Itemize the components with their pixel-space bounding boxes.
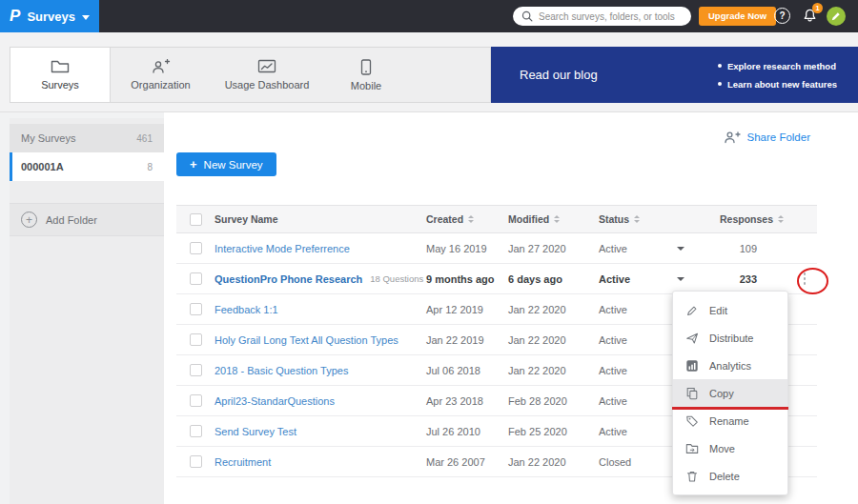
survey-name-link[interactable]: Feedback 1:1 [214,304,278,315]
survey-count: 461 [136,133,153,144]
menu-item-label: Rename [709,415,749,427]
folder-move-icon [685,442,699,455]
survey-name-link[interactable]: April23-StandarQuestions [214,395,335,407]
created-cell: Jul 26 2010 [426,426,508,437]
select-all-checkbox[interactable] [190,213,202,226]
sidebar-item-label: My Surveys [21,132,75,144]
sort-icon[interactable] [634,215,640,223]
header-label: Responses [720,213,773,225]
menu-item-rename[interactable]: Rename [673,407,787,434]
menu-item-label: Distribute [709,333,753,344]
header-modified[interactable]: Modified [508,213,599,225]
modified-cell: Jan 27 2020 [508,243,599,254]
menu-item-label: Edit [709,305,727,316]
survey-name-link[interactable]: Send Survey Test [214,426,296,437]
modified-cell: Jan 22 2020 [508,365,599,376]
tab-label: Mobile [351,80,381,91]
menu-item-delete[interactable]: Delete [673,462,787,490]
modified-cell: Jan 22 2020 [508,456,599,468]
send-icon [685,332,699,345]
copy-icon [685,387,699,400]
row-checkbox[interactable] [190,303,202,315]
sidebar-item-label: 000001A [21,161,64,172]
header-label: Survey Name [214,213,278,225]
responses-cell: 109 [710,243,782,254]
blog-bullet-list: Explore research method Learn about new … [718,61,837,90]
created-cell: Apr 12 2019 [426,304,508,315]
add-folder-button[interactable]: + Add Folder [10,203,164,236]
tab-surveys[interactable]: Surveys [10,48,111,102]
menu-item-move[interactable]: Move [673,434,787,462]
row-checkbox[interactable] [190,333,202,346]
row-checkbox[interactable] [190,425,202,437]
tab-organization[interactable]: Organization [111,48,211,102]
row-context-menu: Edit Distribute Analytics Copy Rename [672,291,788,495]
share-folder-label: Share Folder [747,131,810,143]
row-actions-dots-icon[interactable] [798,270,812,288]
share-folder-button[interactable]: Share Folder [724,131,810,144]
menu-item-label: Copy [709,388,734,399]
row-checkbox[interactable] [190,242,202,254]
row-checkbox[interactable] [190,272,202,285]
new-survey-button[interactable]: + New Survey [176,152,276,176]
menu-item-label: Move [709,443,735,454]
blog-banner-title: Read our blog [491,68,598,82]
add-folder-label: Add Folder [46,214,97,226]
plus-icon: + [190,157,197,171]
status-cell: Active [599,365,677,376]
search-input[interactable] [539,11,683,22]
survey-name-link[interactable]: Interactive Mode Preferrence [214,243,350,254]
survey-name-link[interactable]: 2018 - Basic Question Types [214,365,348,376]
modified-cell: Jan 22 2020 [508,334,599,346]
tab-usage-dashboard[interactable]: Usage Dashboard [211,48,323,102]
bullet-dot-icon [718,82,722,86]
modified-cell: Feb 25 2020 [508,426,599,437]
survey-count: 8 [147,162,153,172]
status-dropdown-caret[interactable] [677,277,684,281]
tab-label: Organization [131,79,190,91]
menu-item-distribute[interactable]: Distribute [673,324,787,352]
sidebar-item-folder-000001a[interactable]: 000001A 8 [10,152,164,181]
tab-mobile[interactable]: Mobile [323,48,409,102]
feedback-button[interactable] [827,7,846,26]
sort-icon[interactable] [468,215,474,223]
folders-sidebar: My Surveys 461 000001A 8 + Add Folder [10,118,164,504]
sort-icon[interactable] [554,215,560,223]
row-checkbox[interactable] [190,364,202,376]
status-cell: Active [599,304,677,315]
header-status[interactable]: Status [599,213,677,225]
row-checkbox[interactable] [190,394,202,407]
created-cell: May 16 2019 [426,243,508,254]
chevron-down-icon [82,15,90,20]
created-cell: Mar 26 2007 [426,456,508,468]
survey-name-link[interactable]: QuestionPro Phone Research [214,273,362,285]
upgrade-now-button[interactable]: Upgrade Now [699,7,776,26]
modified-cell: Feb 28 2020 [508,395,599,407]
status-cell: Active [599,395,677,407]
dashboard-icon [257,59,276,74]
responses-cell: 233 [710,273,782,285]
survey-name-link[interactable]: Holy Grail Long Text All Question Types [214,334,398,346]
help-button[interactable]: ? [774,8,790,24]
created-cell: Jan 22 2019 [426,334,508,346]
status-dropdown-caret[interactable] [677,247,684,251]
menu-item-edit[interactable]: Edit [673,296,787,324]
header-label: Modified [508,213,549,225]
menu-item-analytics[interactable]: Analytics [673,352,787,379]
blog-bullet: Learn about new features [718,79,837,90]
row-checkbox[interactable] [190,455,202,468]
menu-item-copy[interactable]: Copy [673,379,787,407]
header-label: Status [599,213,629,225]
survey-name-link[interactable]: Recruitment [214,456,271,468]
header-survey-name[interactable]: Survey Name [214,213,426,225]
blog-banner[interactable]: Read our blog Explore research method Le… [491,47,858,103]
product-menu[interactable]: P Surveys [0,0,99,32]
header-created[interactable]: Created [426,213,508,225]
modified-cell: Jan 22 2020 [508,304,599,315]
header-responses[interactable]: Responses [710,213,782,225]
table-row: Interactive Mode Preferrence May 16 2019… [176,233,817,264]
surveys-dashboard: P Surveys Upgrade Now ? 1 [0,0,858,504]
sidebar-item-my-surveys[interactable]: My Surveys 461 [10,124,164,152]
sort-icon[interactable] [778,215,784,223]
secondary-nav: Surveys Organization Usage Dashboard Mob… [0,32,858,112]
